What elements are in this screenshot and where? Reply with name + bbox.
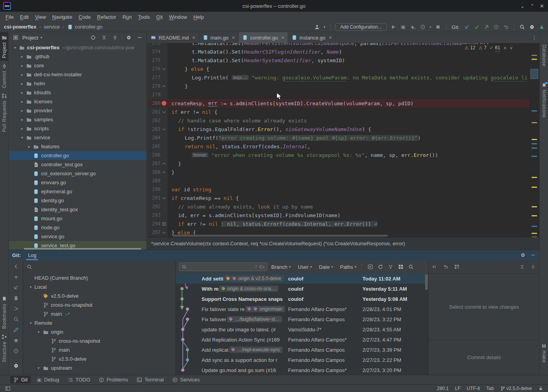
fold-open-icon[interactable] — [162, 110, 166, 113]
stripe-mark[interactable] — [532, 226, 537, 227]
filter-date[interactable]: Date▾ — [319, 264, 333, 270]
annotate-icon[interactable] — [13, 327, 19, 333]
expand-all-icon[interactable] — [100, 34, 108, 41]
project-tree-item[interactable]: mount.go — [9, 214, 146, 223]
code-line[interactable]: 283 if !strings.EqualFold(err.Error(), s… — [147, 125, 530, 133]
fold-end-icon[interactable] — [162, 85, 166, 88]
code-line[interactable]: 286 format: "error when creating volume … — [147, 151, 530, 159]
project-tree-item[interactable]: ▸ dell-csi-helm-installer — [9, 70, 146, 79]
menu-tools[interactable]: Tools — [135, 13, 153, 21]
expand-all-icon[interactable] — [519, 264, 525, 270]
inspections-widget[interactable]: ⚠ 12 ⚠ 7 ✓ 61 ∧ ∨ — [462, 44, 515, 51]
tree-chevron-icon[interactable]: ▸ — [20, 54, 24, 59]
project-tree-item[interactable]: ▸ features — [9, 142, 146, 151]
menu-view[interactable]: View — [32, 13, 49, 21]
deep-history-icon[interactable] — [388, 264, 394, 270]
menu-refactor[interactable]: Refactor — [94, 13, 119, 21]
code-editor[interactable]: 273 t.MetaData().Set(HeaderPersistentVol… — [147, 43, 539, 237]
line-separator[interactable]: LF — [455, 386, 460, 391]
refresh-icon[interactable] — [377, 264, 384, 270]
editor-tab-main.go[interactable]: main.go ✕ — [199, 32, 239, 43]
view-options-icon[interactable] — [398, 264, 404, 270]
tool-stripe-pull-requests[interactable]: Pull Requests — [0, 90, 8, 135]
code-line[interactable]: 284 Log.Printf("error creating volume: #… — [147, 133, 530, 142]
branch-item[interactable]: ▾ upstream — [23, 363, 175, 372]
code-line[interactable]: 278 } — [147, 82, 530, 90]
commit-row[interactable]: Support Cross Namespace snaps coulof Yes… — [176, 294, 428, 304]
scrollbar-thumb[interactable] — [530, 69, 538, 79]
stripe-mark[interactable] — [532, 187, 537, 188]
menu-file[interactable]: File — [2, 13, 17, 21]
stripe-mark[interactable] — [532, 215, 537, 216]
close-tab-icon[interactable]: ✕ — [232, 35, 235, 40]
stripe-mark[interactable] — [532, 237, 537, 237]
minimize-window-icon[interactable]: ⌄ — [520, 3, 525, 9]
git-update-icon[interactable] — [464, 24, 470, 30]
tool-stripe-database[interactable]: Database — [540, 42, 548, 68]
commit-row[interactable]: Fix failover…/bugfix/failover-st… Fernan… — [176, 314, 428, 324]
collapse-all-icon[interactable] — [111, 34, 119, 41]
add-icon[interactable] — [13, 274, 19, 280]
tree-chevron-icon[interactable]: ▸ — [20, 81, 24, 86]
code-line[interactable]: 277 Log.Println( args…: "warning: goscal… — [147, 73, 530, 82]
filter-user[interactable]: User▾ — [298, 264, 312, 270]
run-icon[interactable] — [390, 24, 397, 30]
project-tree-item[interactable]: ▸ licenses — [9, 97, 146, 106]
code-line[interactable]: 287 } — [147, 159, 530, 168]
close-tab-icon[interactable]: ✕ — [192, 35, 195, 40]
branch-item[interactable]: cross-ns-snapshot — [23, 300, 175, 309]
tree-chevron-icon[interactable]: ▸ — [20, 72, 24, 77]
stripe-mark[interactable] — [532, 177, 537, 178]
code-line[interactable]: 288 } — [147, 168, 530, 176]
project-tree-item[interactable]: ▸ core — [9, 61, 146, 70]
tree-chevron-icon[interactable]: ▸ — [20, 63, 24, 68]
branch-item[interactable]: main↓↗ — [23, 309, 175, 318]
stop-icon[interactable] — [435, 24, 441, 30]
code-line[interactable]: 293 id, err = s.adminClients[systemID].F… — [147, 211, 530, 219]
project-panel-title[interactable]: Project — [22, 35, 38, 41]
fold-end-icon[interactable] — [162, 171, 166, 174]
tool-window-button-git[interactable]: Git — [10, 376, 31, 383]
stripe-mark[interactable] — [532, 55, 537, 56]
code-line[interactable]: 276 } else { — [147, 65, 530, 73]
branch-item[interactable]: ▾ Local — [23, 282, 175, 291]
project-tree-item[interactable]: ▸ samples — [9, 115, 146, 124]
settings-icon[interactable] — [529, 24, 535, 30]
project-tree-item[interactable]: envvars.go — [9, 178, 146, 187]
favorite-icon[interactable] — [13, 337, 19, 343]
project-tree-item[interactable]: service.go — [9, 232, 146, 241]
code-line[interactable]: 280 createResp, err := s.adminClients[sy… — [147, 99, 530, 108]
code-line[interactable]: 275 t.MetaData().Set(HeaderSystemIdentif… — [147, 56, 530, 65]
tool-window-button-todo[interactable]: TODO — [65, 376, 93, 383]
stripe-mark[interactable] — [532, 143, 537, 144]
stripe-mark[interactable] — [532, 139, 537, 140]
menu-edit[interactable]: Edit — [17, 13, 32, 21]
jump-to-source-icon[interactable] — [432, 264, 438, 270]
vertical-scrollbar[interactable] — [425, 274, 428, 290]
stripe-mark[interactable] — [532, 147, 537, 149]
stripe-mark[interactable] — [532, 233, 537, 234]
tree-chevron-icon[interactable]: ▾ — [13, 45, 17, 50]
tree-chevron-icon[interactable]: ▸ — [20, 126, 24, 131]
breakpoint-icon[interactable] — [162, 101, 166, 106]
fold-end-icon[interactable] — [162, 162, 166, 165]
filter-paths[interactable]: Paths▾ — [340, 264, 357, 270]
group-by-icon[interactable] — [454, 264, 460, 270]
fold-open-icon[interactable] — [162, 196, 166, 199]
code-line[interactable]: 281 if err != nil { — [147, 108, 530, 116]
tool-window-button-problems[interactable]: Problems — [96, 376, 131, 383]
code-line[interactable]: 291 if createResp == nil { — [147, 194, 530, 202]
git-history-icon[interactable] — [493, 24, 499, 30]
commit-row[interactable]: Add sync as a support action for r Ferna… — [176, 355, 428, 365]
checkout-icon[interactable] — [13, 284, 19, 291]
stripe-mark[interactable] — [532, 156, 537, 157]
branch-item[interactable]: HEAD (Current Branch) — [23, 273, 175, 282]
project-tree-item[interactable]: identity_test.gox — [9, 205, 146, 214]
layout-icon[interactable] — [5, 385, 11, 392]
menu-help[interactable]: Help — [190, 13, 207, 21]
code-line[interactable]: 290 var id string — [147, 185, 530, 194]
project-tree-item[interactable]: node.go — [9, 223, 146, 232]
git-rollback-icon[interactable] — [503, 24, 509, 30]
git-log-tab[interactable]: Log — [26, 250, 38, 260]
tool-window-button-terminal[interactable]: Terminal — [133, 376, 167, 383]
